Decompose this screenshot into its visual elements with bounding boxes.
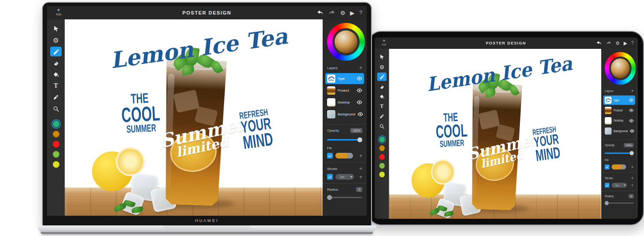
layer-list: Type Product Desktop bbox=[605, 95, 634, 136]
radius-slider-track[interactable] bbox=[605, 203, 634, 203]
add-fill-button[interactable]: + bbox=[631, 165, 634, 169]
swatch-red[interactable] bbox=[53, 141, 59, 148]
swatch-green[interactable] bbox=[379, 136, 384, 142]
redo-icon[interactable] bbox=[606, 40, 611, 46]
layer-row-product[interactable]: Product bbox=[604, 106, 635, 115]
mint-sprig-art bbox=[430, 205, 455, 219]
layer-row-type[interactable]: Type bbox=[325, 73, 364, 84]
laptop-trackpad-notch bbox=[163, 225, 251, 230]
layer-row-background[interactable]: Background bbox=[604, 126, 635, 136]
text-tool-button[interactable]: T bbox=[50, 81, 62, 91]
laptop-base bbox=[38, 225, 376, 232]
radius-slider-thumb[interactable] bbox=[327, 195, 332, 200]
zoom-tool-button[interactable] bbox=[377, 122, 386, 130]
visibility-eye-icon[interactable] bbox=[357, 77, 362, 81]
color-wheel[interactable] bbox=[327, 23, 365, 61]
layer-row-product[interactable]: Product bbox=[325, 85, 364, 96]
stroke-width-dropdown[interactable]: 1px bbox=[611, 183, 627, 188]
swatch-yellow[interactable] bbox=[379, 172, 384, 177]
visibility-eye-icon[interactable] bbox=[629, 99, 634, 102]
redo-icon[interactable] bbox=[328, 9, 335, 16]
add-stroke-style-button[interactable]: + bbox=[631, 183, 634, 187]
add-fill-button[interactable]: + bbox=[359, 153, 362, 159]
settings-icon[interactable]: ⚙ bbox=[615, 41, 620, 45]
opacity-label: Opacity bbox=[327, 129, 339, 133]
poster-right-text: REFRESH YOUR MIND bbox=[526, 124, 570, 164]
radius-value-badge: 0 bbox=[356, 187, 362, 192]
eraser-tool-button[interactable] bbox=[50, 58, 62, 68]
zoom-tool-button[interactable] bbox=[50, 104, 62, 114]
opacity-slider[interactable] bbox=[327, 136, 362, 143]
fill-color-value bbox=[611, 164, 622, 169]
help-icon[interactable]: ? bbox=[359, 10, 362, 16]
magnifier-icon bbox=[379, 123, 384, 129]
fill-checkbox[interactable] bbox=[605, 164, 610, 169]
select-tool-button[interactable] bbox=[377, 53, 386, 61]
undo-icon[interactable] bbox=[316, 9, 324, 16]
layer-row-background[interactable]: Background bbox=[325, 109, 364, 120]
laptop-device: + Add POSTER DESIGN ⚙ ▶ ? ⚙ bbox=[42, 2, 372, 234]
eyedropper-tool-button[interactable] bbox=[377, 112, 386, 121]
help-icon[interactable]: ? bbox=[631, 41, 633, 46]
opacity-value-badge: 100% bbox=[624, 143, 634, 148]
swatch-red[interactable] bbox=[379, 154, 384, 160]
visibility-eye-icon[interactable] bbox=[629, 119, 634, 122]
poster-canvas[interactable]: Lemon Ice Tea THE COOL SUMMER Summer lim… bbox=[65, 19, 323, 216]
add-button[interactable]: + Add bbox=[52, 7, 65, 16]
stroke-checkbox[interactable] bbox=[605, 183, 610, 188]
pencil-tool-button[interactable] bbox=[50, 47, 62, 56]
visibility-eye-icon[interactable] bbox=[357, 100, 362, 104]
fill-checkbox[interactable] bbox=[327, 153, 333, 159]
radius-slider[interactable] bbox=[327, 194, 362, 200]
fill-color-swatch[interactable] bbox=[335, 153, 353, 159]
layer-row-type[interactable]: Type bbox=[604, 96, 635, 105]
select-tool-button[interactable] bbox=[50, 24, 62, 33]
pencil-tool-button[interactable] bbox=[377, 73, 386, 81]
settings-icon[interactable]: ⚙ bbox=[340, 10, 346, 16]
poster-left-text: THE COOL SUMMER bbox=[113, 91, 168, 135]
swatch-light-green[interactable] bbox=[379, 163, 384, 169]
radius-slider[interactable] bbox=[605, 200, 634, 206]
node-tool-button[interactable]: ⚙ bbox=[377, 63, 386, 71]
add-layer-button[interactable]: + bbox=[631, 88, 634, 93]
color-wheel[interactable] bbox=[605, 52, 636, 85]
visibility-eye-icon[interactable] bbox=[357, 112, 363, 116]
layer-row-desktop[interactable]: Desktop bbox=[325, 97, 364, 108]
color-wheel-ball[interactable] bbox=[611, 59, 630, 78]
add-stroke-button[interactable]: + bbox=[359, 166, 362, 171]
radius-slider-thumb[interactable] bbox=[605, 201, 609, 205]
opacity-slider-track[interactable] bbox=[327, 139, 362, 140]
swatch-green[interactable] bbox=[53, 121, 59, 127]
swatch-light-green[interactable] bbox=[53, 151, 59, 158]
eyedropper-tool-button[interactable] bbox=[50, 92, 62, 102]
opacity-slider-thumb[interactable] bbox=[630, 151, 634, 155]
eraser-tool-button[interactable] bbox=[377, 82, 386, 91]
visibility-eye-icon[interactable] bbox=[629, 109, 634, 112]
text-tool-button[interactable]: T bbox=[377, 102, 386, 111]
layer-row-desktop[interactable]: Desktop bbox=[604, 116, 635, 125]
opacity-slider-thumb[interactable] bbox=[357, 137, 362, 142]
node-tool-button[interactable]: ⚙ bbox=[50, 35, 62, 45]
add-stroke-style-button[interactable]: + bbox=[359, 174, 362, 180]
play-icon[interactable]: ▶ bbox=[624, 41, 627, 45]
fill-color-swatch[interactable] bbox=[611, 164, 626, 169]
undo-icon[interactable] bbox=[596, 40, 602, 46]
color-wheel-ball[interactable] bbox=[335, 30, 357, 53]
play-icon[interactable]: ▶ bbox=[350, 10, 354, 16]
add-button[interactable]: + Add bbox=[379, 38, 389, 46]
fill-tool-button[interactable] bbox=[377, 92, 386, 101]
radius-slider-track[interactable] bbox=[327, 197, 362, 198]
laptop-brand-label: HUAWEI bbox=[195, 218, 219, 223]
poster-canvas[interactable]: Lemon Ice Tea THE COOL SUMMER Summer lim… bbox=[389, 49, 601, 219]
swatch-orange[interactable] bbox=[379, 145, 384, 151]
swatch-yellow[interactable] bbox=[53, 161, 59, 168]
stroke-width-dropdown[interactable]: 1px bbox=[335, 174, 354, 180]
visibility-eye-icon[interactable] bbox=[357, 88, 362, 92]
visibility-eye-icon[interactable] bbox=[630, 129, 635, 133]
swatch-orange[interactable] bbox=[53, 131, 59, 137]
stroke-checkbox[interactable] bbox=[327, 174, 333, 180]
fill-tool-button[interactable] bbox=[50, 70, 62, 79]
add-layer-button[interactable]: + bbox=[359, 65, 362, 70]
add-stroke-button[interactable]: + bbox=[631, 176, 634, 180]
opacity-slider[interactable] bbox=[605, 150, 634, 155]
